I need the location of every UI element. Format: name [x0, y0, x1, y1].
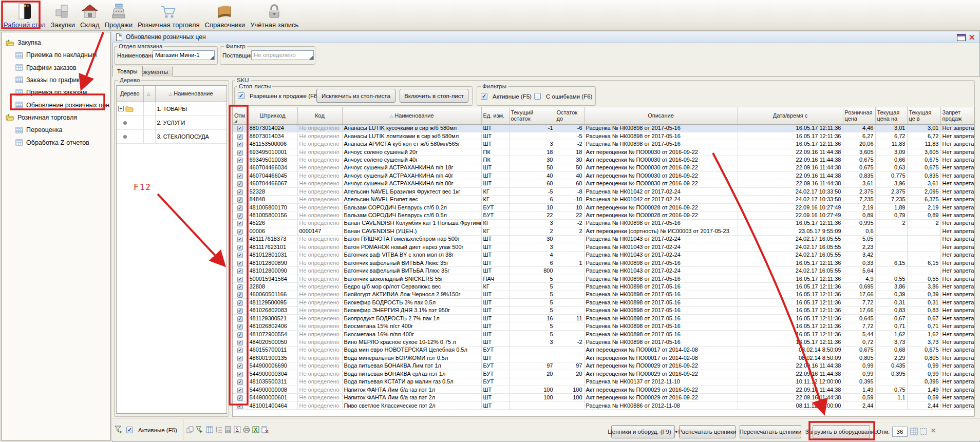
filter-plus-icon[interactable]: [195, 426, 203, 433]
row-select-cell[interactable]: ✓: [233, 401, 248, 409]
include-stoplist-button[interactable]: Включить в стоп-лист: [400, 89, 468, 103]
tree-col-sort[interactable]: △: [143, 86, 155, 102]
row-select-cell[interactable]: ✓: [233, 156, 248, 164]
row-checkbox[interactable]: ✓: [237, 213, 243, 219]
table-row[interactable]: ✓84848Не определеноАпельсин NAVEL Египет…: [233, 196, 974, 203]
table-row[interactable]: ✓481001400464Не определеноПиво светлое К…: [233, 401, 974, 409]
column-settings-icon[interactable]: [205, 426, 213, 433]
row-select-cell[interactable]: ✓: [233, 267, 248, 275]
calculator-icon[interactable]: [224, 426, 232, 433]
row-checkbox[interactable]: ✓: [237, 356, 243, 361]
table-row[interactable]: ✓481005800156Не определеноБальзам СОРОДИ…: [233, 212, 974, 219]
table-row[interactable]: ✓481072900554Не определеноБиосметана 16%…: [233, 330, 974, 338]
row-checkbox[interactable]: ✓: [237, 300, 243, 306]
close-button[interactable]: ✕: [969, 33, 975, 42]
document-titlebar[interactable]: Обновление розничных цен: [112, 31, 979, 43]
header-name[interactable]: △Наименование: [342, 107, 481, 124]
table-row[interactable]: ✓544900006690Не определеноВода питьевая …: [233, 362, 974, 370]
header-sale-ban[interactable]: Запрет продаж: [940, 107, 974, 124]
row-select-cell[interactable]: ✓: [233, 196, 248, 203]
table-row[interactable]: ✓481026802406Не определеноБиосметана 15%…: [233, 322, 974, 330]
table-row[interactable]: ✓544900000601Не определеноНапиток ФАНТА …: [233, 394, 974, 401]
sidebar-group-purchase[interactable]: Закупка: [2, 36, 110, 49]
tree-col-name[interactable]: △Наименование: [155, 86, 227, 102]
row-select-cell[interactable]: ✓: [233, 291, 248, 298]
row-select-cell[interactable]: ✓: [233, 338, 248, 346]
table-row[interactable]: ✓000060000147Банан CAVENDISH (УЦЕН.)КГ22…: [233, 227, 974, 235]
load-to-equipment-button[interactable]: Загрузить в оборудование: [813, 425, 870, 438]
table-row[interactable]: ✓88073014024Не определеноАнанасы LUTIK к…: [233, 124, 974, 132]
row-checkbox[interactable]: ✓: [237, 395, 243, 401]
toolbar-item-sales[interactable]: Продажи: [102, 1, 135, 30]
print-icon[interactable]: [242, 426, 250, 433]
row-checkbox[interactable]: ✓: [237, 165, 243, 171]
header-description[interactable]: Описание: [584, 107, 738, 124]
table-row[interactable]: ✓460155700011Не определеноВода мин евро …: [233, 346, 974, 354]
table-row[interactable]: ✓481005800170Не определеноБальзам СОРОДИ…: [233, 203, 974, 211]
sidebar-item-z-reports[interactable]: Обработка Z-отчетов: [2, 136, 110, 148]
table-row[interactable]: ✓45226Не определеноБанан CAVENDISH Колум…: [233, 219, 974, 227]
row-checkbox[interactable]: ✓: [237, 372, 243, 377]
tree-row[interactable]: 3. СТЕКЛОПОСУДА: [117, 129, 227, 143]
row-checkbox[interactable]: ✓: [237, 324, 243, 330]
row-select-cell[interactable]: ✓: [233, 203, 248, 211]
table-row[interactable]: ✓52328Не определеноАпельсин NAVEL Бразил…: [233, 188, 974, 196]
row-checkbox[interactable]: ✓: [237, 181, 243, 187]
sidebar-group-retail[interactable]: Розничная торговля: [2, 111, 110, 124]
pricetags-equipment-dropdown[interactable]: Ценники и оборуд. (F9)▼: [611, 425, 675, 438]
table-row[interactable]: ✓32808Не определеноБедро ц/б мор ср/лот …: [233, 283, 974, 291]
row-checkbox[interactable]: ✓: [237, 379, 243, 385]
table-row[interactable]: ✓481129500095Не определеноБиокефир БОДРО…: [233, 299, 974, 306]
row-select-cell[interactable]: ✓: [233, 132, 248, 140]
table-row[interactable]: ✓481012801031Не определеноБатончик ваф V…: [233, 251, 974, 259]
row-select-cell[interactable]: ✓: [233, 140, 248, 148]
selection-icon[interactable]: [919, 428, 927, 435]
sum-icon[interactable]: Σ: [233, 426, 241, 433]
row-select-cell[interactable]: ✓: [233, 315, 248, 322]
header-barcode[interactable]: Штрихкод: [248, 107, 297, 124]
row-select-cell[interactable]: ✓: [233, 299, 248, 306]
copy-special-icon[interactable]: [186, 426, 194, 433]
table-row[interactable]: ✓481026802083Не определеноБиокефир ЭНЕРГ…: [233, 306, 974, 314]
row-select-cell[interactable]: ✓: [233, 219, 248, 227]
header-current-stock[interactable]: Текущий остаток: [509, 107, 555, 124]
errors-filter-checkbox[interactable]: [534, 93, 541, 100]
row-checkbox[interactable]: ✓: [237, 158, 243, 163]
table-row[interactable]: ✓481117623101Не определеноБатон РОМАНОК …: [233, 243, 974, 251]
sidebar-item-priemka-nakladnym[interactable]: Приемка по накладным: [2, 49, 110, 61]
table-row[interactable]: ✓481035500311Не определеноВода питьевая …: [233, 378, 974, 386]
row-select-cell[interactable]: ✓: [233, 386, 248, 393]
row-checkbox[interactable]: ✓: [237, 134, 243, 140]
table-row[interactable]: ✓481129300521Не определеноБиопродукт БОД…: [233, 315, 974, 322]
delete-column-icon[interactable]: [261, 426, 269, 433]
row-select-cell[interactable]: ✓: [233, 212, 248, 219]
row-select-cell[interactable]: ✓: [233, 346, 248, 354]
tree-active-filter-checkbox[interactable]: ✓: [126, 427, 133, 433]
row-checkbox[interactable]: ✓: [237, 403, 243, 409]
toolbar-item-references[interactable]: Справочники: [202, 1, 248, 30]
sidebar-item-zakazy-po-grafiku[interactable]: Заказы по графику: [2, 74, 110, 86]
row-select-cell[interactable]: ✓: [233, 227, 248, 235]
table-row[interactable]: ✓544900000304Не определеноВода питьевая …: [233, 370, 974, 378]
row-checkbox[interactable]: ✓: [237, 189, 243, 195]
row-select-cell[interactable]: ✓: [233, 378, 248, 386]
row-checkbox[interactable]: ✓: [237, 268, 243, 274]
row-select-cell[interactable]: ✓: [233, 243, 248, 251]
header-datetime[interactable]: Дата/время с: [738, 107, 843, 124]
table-row[interactable]: ✓693495010038Не определеноАнчоус солено …: [233, 156, 974, 164]
tree-col-tree[interactable]: Дерево: [117, 86, 143, 102]
row-checkbox[interactable]: ✓: [237, 150, 243, 156]
row-checkbox[interactable]: ✓: [237, 197, 243, 203]
row-checkbox[interactable]: ✓: [237, 205, 243, 211]
tab-goods[interactable]: Товары: [112, 66, 143, 76]
table-row[interactable]: ✓544900000008Не определеноНапиток ФАНТА …: [233, 386, 974, 393]
table-row[interactable]: ✓486001900135Не определеноВода минеральн…: [233, 354, 974, 362]
tree-row[interactable]: 2. УСЛУГИ: [117, 116, 227, 129]
table-row[interactable]: ✓500015941564Не определеноБатончик шокол…: [233, 275, 974, 282]
row-checkbox[interactable]: ✓: [237, 388, 243, 393]
numbering-icon[interactable]: 123: [215, 426, 222, 433]
row-select-cell[interactable]: ✓: [233, 180, 248, 187]
grid-icon[interactable]: [910, 428, 918, 435]
tree-expander-icon[interactable]: +: [118, 106, 124, 111]
sidebar-item-grafiki-zakazov[interactable]: Графики заказов: [2, 61, 110, 73]
